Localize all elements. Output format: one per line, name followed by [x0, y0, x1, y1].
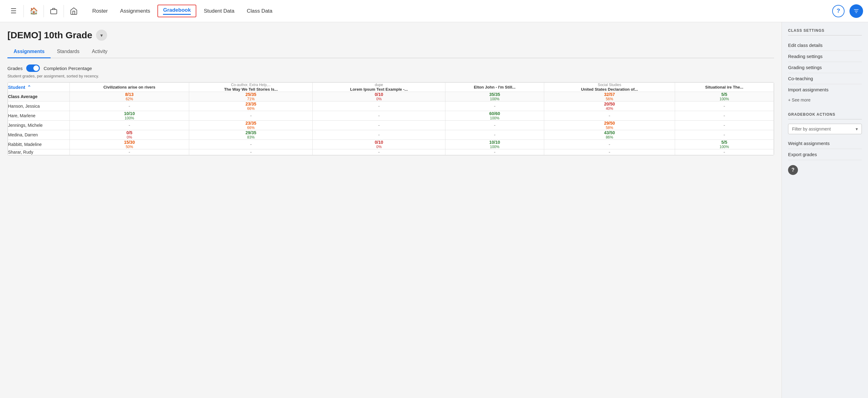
grade-score: 0/10 — [313, 92, 445, 97]
student-2-grade-0[interactable]: - — [70, 121, 189, 130]
student-4-grade-1[interactable]: - — [189, 140, 313, 149]
student-1-grade-3[interactable]: 60/60 100% — [445, 111, 544, 121]
grade-pct: 66% — [189, 106, 312, 111]
th-elton[interactable]: Elton John - I'm Still... — [445, 83, 544, 92]
filter-dropdown-icon: ▾ — [856, 127, 858, 131]
student-5-grade-1[interactable]: - — [189, 149, 313, 155]
nav-link-roster[interactable]: Roster — [87, 5, 113, 16]
sidebar-help-button[interactable]: ? — [788, 165, 798, 175]
grade-score: 35/35 — [445, 92, 544, 97]
grade-score: 5/5 — [675, 140, 774, 145]
col-subtitle-social: Social Studies — [544, 83, 675, 87]
grade-pct: 100% — [70, 116, 189, 120]
student-2-grade-5[interactable]: - — [675, 121, 774, 130]
menu-icon[interactable]: ☰ — [5, 2, 22, 20]
content-area: [DEMO] 10th Grade ▾ Assignments Standard… — [0, 22, 781, 398]
export-grades-link[interactable]: Export grades — [788, 149, 862, 160]
student-2-grade-1[interactable]: 23/35 66% — [189, 121, 313, 130]
student-5-grade-0[interactable]: - — [70, 149, 189, 155]
avg-grade-3[interactable]: 35/35 100% — [445, 92, 544, 101]
student-3-grade-1[interactable]: 29/35 83% — [189, 130, 313, 140]
th-civilizations[interactable]: Civilizations arise on rivers — [70, 83, 189, 92]
tab-activity[interactable]: Activity — [86, 46, 114, 58]
school-icon[interactable] — [65, 2, 83, 20]
dash-value: - — [129, 123, 130, 128]
help-button[interactable]: ? — [832, 5, 844, 17]
grade-score: 15/30 — [70, 140, 189, 145]
student-4-grade-3[interactable]: 10/10 100% — [445, 140, 544, 149]
student-1-grade-0[interactable]: 10/10 100% — [70, 111, 189, 121]
student-5-grade-2[interactable]: - — [313, 149, 445, 155]
th-student[interactable]: Student ⌃ — [8, 83, 70, 92]
th-social-studies[interactable]: Social Studies United States Declaration… — [544, 83, 675, 92]
student-1-grade-2[interactable]: - — [313, 111, 445, 121]
student-5-grade-5[interactable]: - — [675, 149, 774, 155]
student-3-grade-2[interactable]: - — [313, 130, 445, 140]
student-0-grade-1[interactable]: 23/35 66% — [189, 101, 313, 111]
grade-pct: 50% — [70, 145, 189, 149]
student-name-0: Hanson, Jessica — [8, 101, 70, 111]
avg-grade-0[interactable]: 8/13 62% — [70, 92, 189, 101]
avg-grade-4[interactable]: 32/57 56% — [544, 92, 675, 101]
student-1-grade-4[interactable]: - — [544, 111, 675, 121]
student-0-grade-3[interactable]: - — [445, 101, 544, 111]
nav-link-class-data[interactable]: Class Data — [242, 5, 277, 16]
see-more-label: + See more — [788, 98, 811, 102]
student-2-grade-2[interactable]: - — [313, 121, 445, 130]
weight-assignments-link[interactable]: Weight assignments — [788, 138, 862, 149]
grade-pct: 100% — [445, 116, 544, 120]
th-situational[interactable]: Situational ire The... — [675, 83, 774, 92]
th-dupe[interactable]: dupe Lorem Ipsum Text Example -... — [313, 83, 445, 92]
student-5-grade-3[interactable]: - — [445, 149, 544, 155]
dash-value: - — [609, 113, 610, 118]
student-1-grade-5[interactable]: - — [675, 111, 774, 121]
see-more-button[interactable]: + See more — [788, 95, 862, 105]
avg-grade-1[interactable]: 25/35 71% — [189, 92, 313, 101]
grade-pct: 83% — [189, 135, 312, 139]
nav-link-gradebook[interactable]: Gradebook — [157, 5, 196, 17]
tab-standards[interactable]: Standards — [51, 46, 86, 58]
th-coauthor[interactable]: Co-author, Extra Help,... The Way We Tel… — [189, 83, 313, 92]
col-title-coauthor: The Way We Tell Stories Is... — [189, 87, 312, 92]
col-title-dupe: Lorem Ipsum Text Example -... — [313, 87, 445, 92]
completion-label: Completion Percentage — [43, 66, 92, 71]
filter-dropdown[interactable]: Filter by assignment ▾ — [788, 124, 862, 134]
student-4-grade-0[interactable]: 15/30 50% — [70, 140, 189, 149]
sidebar-link-reading-settings[interactable]: Reading settings — [788, 51, 862, 62]
student-1-grade-1[interactable]: - — [189, 111, 313, 121]
tab-assignments[interactable]: Assignments — [7, 46, 51, 58]
student-0-grade-2[interactable]: - — [313, 101, 445, 111]
grades-toggle[interactable] — [26, 65, 40, 72]
student-0-grade-4[interactable]: 20/50 40% — [544, 101, 675, 111]
student-5-grade-4[interactable]: - — [544, 149, 675, 155]
sidebar-link-co-teaching[interactable]: Co-teaching — [788, 73, 862, 84]
student-3-grade-5[interactable]: - — [675, 130, 774, 140]
dash-value: - — [723, 103, 725, 109]
student-2-grade-4[interactable]: 29/50 58% — [544, 121, 675, 130]
grade-score: 8/13 — [70, 92, 189, 97]
student-name-3: Medina, Darren — [8, 130, 70, 140]
student-3-grade-0[interactable]: 0/5 0% — [70, 130, 189, 140]
nav-link-student-data[interactable]: Student Data — [199, 5, 239, 16]
student-0-grade-5[interactable]: - — [675, 101, 774, 111]
student-0-grade-0[interactable]: - — [70, 101, 189, 111]
sidebar-link-edit-class[interactable]: Edit class details — [788, 40, 862, 51]
nav-link-assignments[interactable]: Assignments — [115, 5, 155, 16]
filter-button[interactable] — [849, 4, 863, 18]
sidebar-link-import-assignments[interactable]: Import assignments — [788, 84, 862, 95]
sidebar-link-grading-settings[interactable]: Grading settings — [788, 62, 862, 73]
folder-icon[interactable] — [45, 2, 62, 20]
dash-value: - — [250, 113, 252, 118]
student-3-grade-4[interactable]: 43/50 86% — [544, 130, 675, 140]
student-3-grade-3[interactable]: - — [445, 130, 544, 140]
grade-score: 5/5 — [675, 92, 774, 97]
grade-pct: 0% — [70, 135, 189, 139]
student-4-grade-2[interactable]: 0/10 0% — [313, 140, 445, 149]
student-4-grade-5[interactable]: 5/5 100% — [675, 140, 774, 149]
home-icon[interactable]: 🏠 — [25, 2, 42, 20]
student-4-grade-4[interactable]: - — [544, 140, 675, 149]
class-dropdown-button[interactable]: ▾ — [96, 30, 107, 41]
avg-grade-5[interactable]: 5/5 100% — [675, 92, 774, 101]
avg-grade-2[interactable]: 0/10 0% — [313, 92, 445, 101]
student-2-grade-3[interactable]: - — [445, 121, 544, 130]
